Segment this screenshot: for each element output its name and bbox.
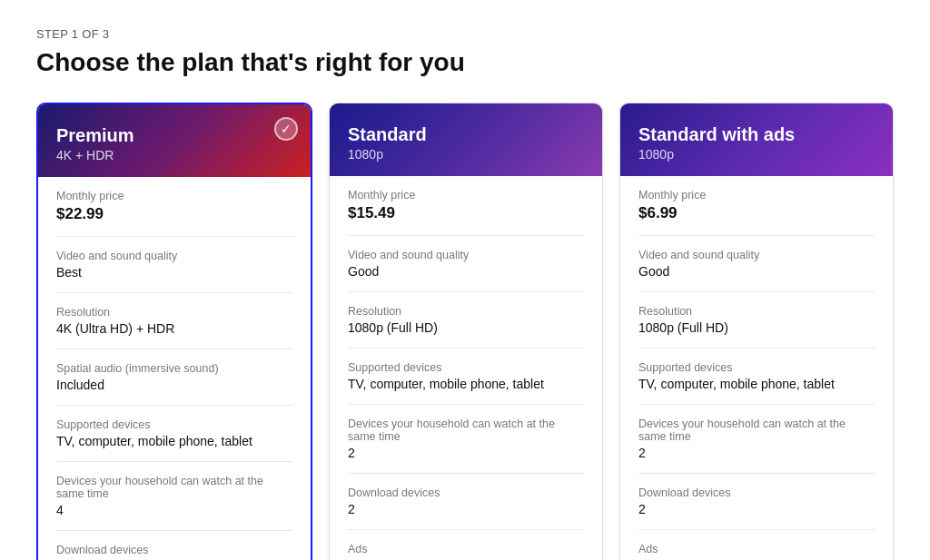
plan-card-premium[interactable]: ✓Premium4K + HDRMonthly price$22.99Video…	[36, 103, 312, 560]
page-title: Choose the plan that's right for you	[36, 48, 894, 77]
plan-row: Resolution4K (Ultra HD) + HDR	[56, 293, 292, 349]
plan-row: Spatial audio (immersive sound)Included	[56, 349, 292, 406]
plan-row: AdsNo ads	[348, 530, 584, 560]
row-value: $15.49	[348, 204, 584, 222]
plan-row: Monthly price$6.99	[638, 176, 875, 236]
row-value: $6.99	[638, 204, 875, 222]
plan-name-standard: Standard	[348, 124, 584, 145]
row-label: Resolution	[56, 306, 292, 319]
row-value: 2	[638, 446, 875, 460]
row-label: Monthly price	[638, 189, 875, 201]
row-value: 2	[348, 446, 584, 460]
row-label: Supported devices	[638, 361, 875, 374]
row-label: Ads	[348, 543, 584, 555]
row-label: Supported devices	[348, 361, 584, 374]
plan-row: Resolution1080p (Full HD)	[638, 292, 875, 349]
plan-body-premium: Monthly price$22.99Video and sound quali…	[38, 177, 311, 560]
plan-header-standard-ads: Standard with ads1080p	[620, 103, 893, 176]
plan-quality-badge-standard-ads: 1080p	[638, 147, 875, 162]
plan-row: Supported devicesTV, computer, mobile ph…	[348, 349, 584, 405]
row-label: Resolution	[638, 305, 875, 318]
plan-card-standard-ads[interactable]: Standard with ads1080pMonthly price$6.99…	[619, 103, 894, 560]
row-value: TV, computer, mobile phone, tablet	[348, 377, 584, 391]
plan-body-standard-ads: Monthly price$6.99Video and sound qualit…	[620, 176, 893, 560]
row-label: Monthly price	[56, 190, 292, 202]
plan-row: Monthly price$15.49	[348, 176, 584, 236]
row-label: Video and sound quality	[348, 249, 584, 261]
plan-quality-badge-standard: 1080p	[348, 147, 584, 162]
plan-row: Supported devicesTV, computer, mobile ph…	[56, 406, 292, 462]
plan-row: Video and sound qualityGood	[348, 236, 584, 292]
row-value: Good	[638, 264, 875, 279]
plan-row: AdsA few ad breaks	[638, 530, 875, 560]
plan-card-standard[interactable]: Standard1080pMonthly price$15.49Video an…	[329, 103, 603, 560]
plan-row: Download devices6	[56, 531, 292, 560]
row-label: Download devices	[638, 486, 875, 499]
row-value: Included	[56, 378, 292, 392]
row-value: TV, computer, mobile phone, tablet	[638, 377, 875, 391]
plan-header-premium: ✓Premium4K + HDR	[38, 104, 311, 177]
plan-name-standard-ads: Standard with ads	[638, 124, 875, 145]
plan-header-standard: Standard1080p	[330, 103, 602, 176]
plan-row: Resolution1080p (Full HD)	[348, 292, 584, 349]
plan-row: Download devices2	[348, 474, 584, 530]
plan-row: Devices your household can watch at the …	[56, 462, 292, 531]
row-label: Devices your household can watch at the …	[638, 418, 875, 443]
row-value: 4K (Ultra HD) + HDR	[56, 321, 292, 336]
row-value: Best	[56, 265, 292, 280]
row-label: Monthly price	[348, 189, 584, 201]
plan-row: Supported devicesTV, computer, mobile ph…	[638, 349, 875, 405]
row-label: Video and sound quality	[56, 250, 292, 262]
row-label: Download devices	[56, 544, 292, 556]
plan-row: Video and sound qualityGood	[638, 236, 875, 292]
row-value: $22.99	[56, 205, 292, 223]
step-label: STEP 1 OF 3	[36, 27, 894, 41]
row-label: Video and sound quality	[638, 249, 875, 261]
row-label: Supported devices	[56, 418, 292, 431]
plan-quality-badge-premium: 4K + HDR	[56, 148, 292, 162]
row-value: 2	[638, 502, 875, 516]
row-label: Resolution	[348, 305, 584, 318]
plan-body-standard: Monthly price$15.49Video and sound quali…	[330, 176, 602, 560]
plan-row: Monthly price$22.99	[56, 177, 292, 237]
selected-checkmark: ✓	[274, 117, 298, 141]
row-value: 1080p (Full HD)	[348, 320, 584, 335]
row-label: Devices your household can watch at the …	[56, 475, 292, 500]
row-value: 4	[56, 503, 292, 517]
plan-row: Devices your household can watch at the …	[348, 405, 584, 474]
plan-row: Download devices2	[638, 474, 875, 530]
row-value: 2	[348, 502, 584, 516]
plan-name-premium: Premium	[56, 125, 292, 146]
plans-container: ✓Premium4K + HDRMonthly price$22.99Video…	[36, 103, 894, 560]
row-value: 1080p (Full HD)	[638, 320, 875, 335]
plan-row: Video and sound qualityBest	[56, 237, 292, 293]
plan-row: Devices your household can watch at the …	[638, 405, 875, 474]
row-label: Ads	[638, 543, 875, 555]
row-value: Good	[348, 264, 584, 279]
row-label: Spatial audio (immersive sound)	[56, 362, 292, 375]
row-label: Download devices	[348, 486, 584, 499]
row-value: TV, computer, mobile phone, tablet	[56, 434, 292, 448]
row-label: Devices your household can watch at the …	[348, 418, 584, 443]
